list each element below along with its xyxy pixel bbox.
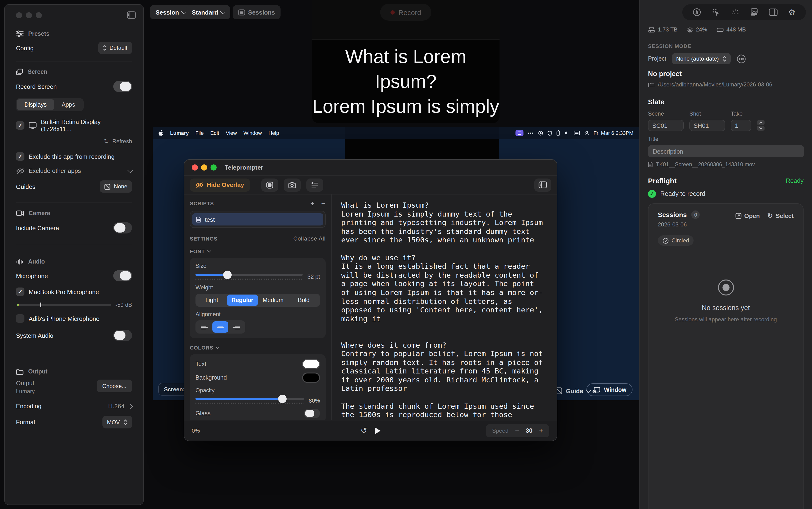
cursor-click-icon[interactable] [712,8,720,16]
overlay-position-button[interactable] [261,178,278,192]
add-script-button[interactable]: + [310,199,315,207]
menubar-keyboard-icon[interactable] [574,131,580,135]
opacity-slider[interactable] [196,398,304,400]
exclude-other-apps-label[interactable]: Exclude other apps [29,167,81,174]
open-sessions-button[interactable]: Open [735,212,759,219]
speed-increase-button[interactable]: + [539,427,543,435]
glass-toggle[interactable] [304,409,320,418]
settings-sidebar: Presets Config Default Screen Record Scr… [4,4,144,505]
config-select[interactable]: Default [98,42,132,54]
play-button[interactable] [375,427,380,434]
menubar-more-icon[interactable]: ••• [528,130,534,136]
tab-apps[interactable]: Apps [54,99,83,110]
close-button[interactable] [16,12,22,18]
script-item-selected[interactable]: test [192,213,323,226]
folder-icon [648,82,654,87]
menubar-volume-icon[interactable] [564,131,570,135]
microphone-toggle[interactable] [113,270,132,281]
shot-input[interactable] [689,120,725,131]
session-menu-button[interactable]: Session [150,5,191,19]
background-color-swatch[interactable] [302,373,320,383]
project-select[interactable]: None (auto-date) [672,53,731,64]
menu-window[interactable]: Window [243,130,262,136]
menubar-clock[interactable]: Fri Mar 6 2:33PM [594,130,634,136]
sidebar-toggle-button[interactable] [534,178,551,192]
teleprompter-titlebar[interactable]: Teleprompter [184,160,557,176]
menu-edit[interactable]: Edit [210,130,219,136]
take-stepper[interactable] [757,120,765,131]
guides-select[interactable]: None [100,180,132,193]
record-screen-label: Record Screen [16,83,57,90]
font-section-header[interactable]: FONT [190,248,205,254]
menu-help[interactable]: Help [268,130,279,136]
menubar-status-icon[interactable] [538,130,543,136]
menubar-app-extra-icon[interactable] [515,130,523,136]
sidebar-right-icon[interactable] [769,8,778,16]
sessions-button[interactable]: Sessions [233,5,280,19]
hide-overlay-button[interactable]: Hide Overlay [190,178,250,192]
speed-decrease-button[interactable]: − [515,427,519,435]
align-center-button[interactable] [212,321,228,333]
settings-gear-icon[interactable]: ⚙ [788,7,796,17]
align-left-button[interactable] [196,321,212,333]
align-right-button[interactable] [228,321,244,333]
open-external-icon [735,212,741,219]
size-slider[interactable] [196,274,303,275]
close-button[interactable] [192,164,198,171]
circled-filter-pill[interactable]: Circled [658,235,694,246]
project-more-button[interactable] [736,54,746,64]
scene-input[interactable] [648,120,684,131]
chevron-down-icon[interactable] [128,167,133,173]
window-capture-button[interactable]: Window [586,383,633,396]
display-icon [29,122,37,129]
annotate-icon[interactable] [693,8,701,16]
tab-displays[interactable]: Displays [17,99,54,110]
record-screen-toggle[interactable] [113,81,132,92]
menu-view[interactable]: View [226,130,237,136]
title-input[interactable] [648,145,804,157]
remove-script-button[interactable]: − [321,199,326,207]
sidebar-toggle-icon[interactable] [127,11,136,19]
include-camera-toggle[interactable] [113,222,132,234]
text-color-swatch[interactable] [302,359,320,369]
menu-file[interactable]: File [196,130,204,136]
disk-icon [648,27,655,33]
menubar-user-icon[interactable] [584,130,589,136]
exclude-app-checkbox[interactable]: ✓ [16,152,25,161]
menubar-shield-icon[interactable] [547,130,552,136]
camera-snapshot-button[interactable] [283,178,301,192]
menubar-battery-icon[interactable] [556,130,560,136]
minimize-button[interactable] [201,164,207,171]
weight-regular[interactable]: Regular [227,295,258,306]
checklist-button[interactable] [306,178,323,192]
colors-section-header[interactable]: COLORS [190,345,213,350]
system-audio-toggle[interactable] [113,330,132,341]
guide-control[interactable]: Guide [555,387,590,395]
select-sessions-button[interactable]: ↻ Select [767,212,794,219]
weight-light[interactable]: Light [196,295,227,306]
zoom-button[interactable] [210,164,216,171]
display-checkbox[interactable]: ✓ [16,121,25,130]
window-controls[interactable] [16,5,132,18]
iphone-mic-checkbox[interactable]: ✓ [16,314,25,323]
format-select[interactable]: MOV [102,416,132,429]
thumbnail-icon[interactable] [750,8,758,16]
record-circle-icon [718,279,734,296]
chevron-right-icon[interactable] [128,404,133,409]
zoom-button[interactable] [36,12,42,18]
dim-lights-icon[interactable] [731,8,740,16]
format-label: Format [16,418,35,426]
take-input[interactable] [731,120,751,131]
script-text-area[interactable]: What is Lorem Ipsum? Lorem Ipsum is simp… [332,195,557,420]
record-button[interactable]: Record [380,4,432,21]
mode-menu-button[interactable]: Standard [186,5,231,19]
weight-medium[interactable]: Medium [258,295,289,306]
choose-output-button[interactable]: Choose... [97,380,132,392]
weight-bold[interactable]: Bold [289,295,319,306]
mac-mic-checkbox[interactable]: ✓ [16,287,25,296]
minimize-button[interactable] [26,12,32,18]
refresh-button[interactable]: Refresh [112,138,132,144]
output-file-name: TK01__Screen__20260306_143310.mov [656,162,755,167]
collapse-all-button[interactable]: Collapse All [294,235,326,242]
restart-button[interactable]: ↺ [361,426,368,436]
